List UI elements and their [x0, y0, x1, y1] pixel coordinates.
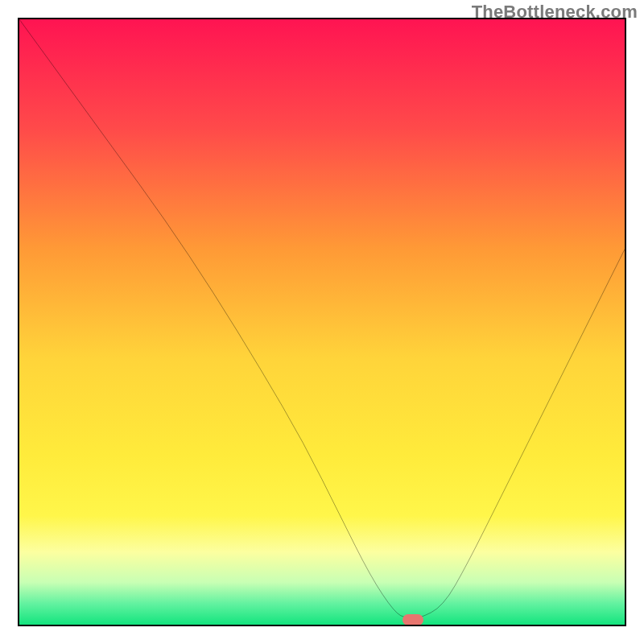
plot-area: [19, 19, 625, 625]
bottleneck-curve: [19, 19, 625, 618]
chart-figure: TheBottleneck.com: [0, 0, 644, 644]
optimal-point-marker: [402, 614, 423, 625]
watermark-label: TheBottleneck.com: [472, 2, 638, 23]
axes-frame: [18, 18, 626, 626]
